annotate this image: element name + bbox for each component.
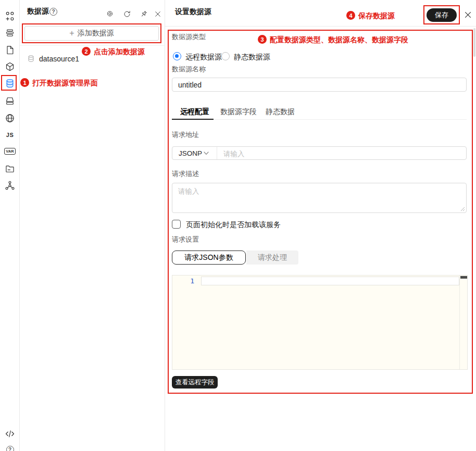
request-url-input[interactable]: 请输入 [223,149,245,159]
panel-scrollbar-thumb[interactable] [473,28,475,57]
request-settings-label: 请求设置 [172,235,199,244]
select-divider [217,147,217,159]
view-remote-fields-button[interactable]: 查看远程字段 [172,376,218,389]
toggle-json-params[interactable]: 请求JSON参数 [172,250,246,265]
list-item-label: datasource1 [39,55,79,63]
datasource-icon[interactable] [4,78,16,89]
refresh-icon[interactable] [122,9,132,19]
editor-line-number: 1 [172,277,194,285]
resize-handle[interactable] [460,207,465,211]
active-tab-indicator [172,119,214,120]
add-datasource-label: 添加数据源 [78,29,114,38]
radio-static-datasource[interactable] [221,52,230,60]
javascript-icon[interactable]: JS [4,129,16,141]
editor-scrollbar-track [459,275,468,369]
header-divider [165,26,476,27]
name-label: 数据源名称 [172,65,206,74]
annotation-1-text: 打开数据源管理界面 [32,79,98,88]
folder-icon[interactable] [4,163,16,174]
page-icon[interactable] [4,44,16,56]
var-label: VAR [4,148,15,155]
annotation-4-badge: 4 [346,11,355,20]
annotation-1-badge: 1 [20,78,29,87]
textarea-placeholder: 请输入 [178,187,199,196]
load-on-init-checkbox[interactable] [172,220,181,229]
request-desc-label: 请求描述 [172,169,199,179]
database-icon [27,55,35,62]
plus-icon: + [69,29,74,37]
load-on-init-label: 页面初始化时是否加载该服务 [186,220,281,230]
js-label: JS [6,132,14,138]
help-glyph: ? [6,446,14,451]
app-toolbar: JS VAR ? [0,0,20,451]
toggle-request-processing[interactable]: 请求处理 [246,250,298,265]
annotation-2-badge: 2 [82,47,91,56]
tab-divider [172,119,467,120]
layer-stack-icon[interactable] [4,27,16,39]
radio-remote-label: 远程数据源 [185,53,222,62]
page-title: 设置数据源 [175,7,211,17]
method-select[interactable]: JSONP [179,149,202,157]
pin-icon[interactable] [139,9,148,19]
panel-title: 数据源 [27,7,49,16]
annotation-3-text: 配置数据源类型、数据源名称、数据源字段 [270,35,408,45]
code-icon[interactable] [4,428,16,440]
radio-remote-datasource[interactable] [173,52,181,60]
tab-datasource-fields[interactable]: 数据源字段 [220,107,257,117]
configure-datasource-panel: 设置数据源 4 保存数据源 保存 数据源类型 3 配置数据源类型、数据源名称、数… [165,0,476,451]
variable-icon[interactable]: VAR [4,145,16,157]
add-datasource-button[interactable]: + 添加数据源 [24,26,159,41]
datasource-panel: 数据源 ? + 添加数据源 2 点击添加数据源 datasource1 [20,0,165,451]
editor-active-line [201,277,459,285]
panel-divider [20,45,165,46]
request-url-label: 请求地址 [172,130,199,140]
save-button[interactable]: 保存 [427,8,457,22]
panel-help-icon[interactable]: ? [49,8,57,16]
json-params-editor[interactable]: 1 [172,275,468,370]
tab-static-data[interactable]: 静态数据 [266,107,295,117]
globe-icon[interactable] [4,112,16,124]
model-box-icon[interactable] [4,61,16,72]
annotation-4-text: 保存数据源 [358,11,395,21]
add-component-icon[interactable] [4,10,16,22]
annotation-2-text: 点击添加数据源 [94,47,145,57]
annotation-3-badge: 3 [258,35,267,44]
panel-settings-icon[interactable] [105,9,115,19]
datasource-name-input[interactable] [172,78,467,92]
tab-remote-config[interactable]: 远程配置 [180,107,209,117]
help-icon[interactable]: ? [4,444,16,451]
graph-icon[interactable] [4,180,16,191]
request-desc-textarea[interactable]: 请输入 [172,183,467,213]
request-url-group: JSONP 请输入 [172,146,467,160]
panel-close-icon[interactable] [153,9,162,19]
radio-static-label: 静态数据源 [234,53,270,62]
type-label: 数据源类型 [172,32,206,42]
close-icon[interactable] [464,10,472,19]
editor-scrollbar-thumb[interactable] [460,276,467,279]
storage-icon[interactable] [4,95,16,107]
chevron-down-icon [204,152,209,155]
